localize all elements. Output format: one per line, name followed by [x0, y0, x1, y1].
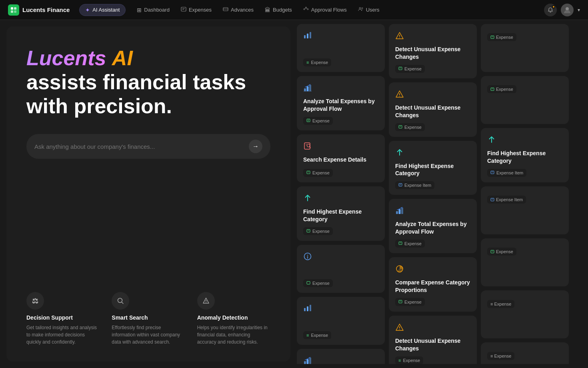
svg-point-17 — [118, 298, 122, 303]
card-c3-find-highest-item[interactable]: Find Highest Expense Category Expense It… — [481, 128, 569, 182]
feature-anomaly-desc: Helps you identify irregularities in fin… — [197, 324, 270, 346]
svg-rect-48 — [307, 359, 309, 364]
card-detect-unusual-2[interactable]: Detect Unusual Expense Changes Expense — [389, 82, 477, 137]
svg-point-20 — [206, 302, 206, 303]
card-badge-find-1: Expense — [303, 227, 333, 235]
smart-search-icon — [112, 292, 129, 310]
chart-icon-loop2 — [303, 356, 378, 364]
svg-rect-95 — [491, 250, 494, 253]
ai-star-icon: ✦ — [85, 7, 90, 13]
svg-rect-24 — [304, 88, 306, 91]
nav-right: ▾ — [544, 4, 580, 16]
card-find-highest-expense-item-1[interactable]: Find Highest Expense Category Expense It… — [389, 141, 477, 195]
nav-item-dashboard[interactable]: ⊞ Dashboard — [132, 4, 174, 16]
card-title-detect-loop1: Detect Unusual Expense Changes — [395, 337, 470, 352]
svg-rect-69 — [396, 211, 398, 214]
card-c1-empty-top[interactable]: ≡ Expense — [297, 24, 385, 72]
badge-analyze-2-icon — [398, 241, 402, 246]
warning-icon-1 — [395, 31, 470, 42]
c3-arrow-up-icon — [487, 135, 562, 146]
svg-rect-0 — [11, 7, 13, 10]
expenses-icon — [181, 6, 186, 13]
card-c3-1-title — [487, 45, 562, 62]
search-submit-button[interactable]: → — [249, 140, 262, 153]
hero-title: Lucents AI assists financial taskswith p… — [26, 46, 270, 118]
badge-detect-loop1-icon: ≡ — [398, 358, 401, 363]
app-logo[interactable]: Lucents Finance — [8, 4, 70, 16]
svg-point-11 — [307, 9, 308, 10]
user-avatar[interactable] — [561, 4, 574, 16]
card-badge-detect-2: Expense — [395, 123, 425, 131]
nav-item-users[interactable]: Users — [353, 4, 384, 16]
card-find-highest-1[interactable]: Find Highest Expense Category Expense — [297, 186, 385, 241]
svg-rect-75 — [399, 300, 402, 303]
card-search-expense[interactable]: Search Expense Details Expense — [297, 134, 385, 182]
card-c3-2[interactable]: Expense — [481, 76, 569, 124]
nav-item-approval-flows[interactable]: Approval Flows — [298, 4, 352, 16]
svg-rect-45 — [307, 306, 308, 311]
card-c3-4[interactable]: Expense Item — [481, 186, 569, 234]
notifications-button[interactable] — [544, 4, 557, 16]
card-title-search-expense: Search Expense Details — [303, 156, 378, 165]
svg-point-15 — [362, 8, 363, 9]
card-title-compare: Compare Expense Category Proportions — [395, 279, 470, 294]
svg-rect-3 — [14, 10, 16, 13]
svg-rect-2 — [11, 10, 13, 13]
svg-point-16 — [566, 7, 569, 10]
card-badge-expense: Expense — [303, 117, 333, 125]
main-content: Lucents AI assists financial taskswith p… — [0, 20, 588, 368]
card-badge-loop1: ≡ Expense — [303, 331, 331, 339]
svg-rect-28 — [307, 119, 310, 122]
anomaly-detection-icon — [197, 292, 215, 310]
badge-icon-info — [306, 281, 310, 286]
svg-point-41 — [307, 255, 308, 256]
cards-column-1: ≡ Expense Analyze Total E — [297, 24, 385, 364]
cards-panel: ≡ Expense Analyze Total E — [297, 20, 588, 368]
card-c3-1[interactable]: Expense — [481, 24, 569, 72]
search-bar[interactable]: → — [26, 134, 270, 159]
svg-rect-71 — [401, 208, 403, 214]
notification-dot — [552, 5, 555, 8]
hero-lucents: Lucents — [26, 46, 106, 70]
card-c1-loop-1[interactable]: ≡ Expense — [297, 297, 385, 345]
card-title-info — [303, 266, 378, 275]
svg-rect-38 — [307, 229, 310, 232]
chart-icon-2 — [303, 83, 378, 94]
card-badge-item-1: Expense Item — [395, 181, 434, 189]
decision-support-icon: ⚖ — [26, 292, 44, 310]
c3-loop-badge-2: ≡ Expense — [487, 350, 562, 360]
search-input[interactable] — [34, 143, 249, 150]
card-c3-loop-1[interactable]: ≡ Expense — [481, 290, 569, 338]
feature-decision-support: ⚖ Decision Support Get tailored insights… — [26, 292, 100, 346]
hero-panel: Lucents AI assists financial taskswith p… — [6, 26, 290, 362]
ai-assistant-button[interactable]: ✦ AI Assistant — [79, 4, 126, 16]
card-detect-unusual-1[interactable]: Detect Unusual Expense Changes Expense — [389, 24, 477, 78]
card-c3-2-title — [487, 97, 562, 114]
user-menu-chevron[interactable]: ▾ — [578, 7, 580, 13]
card-c3-loop-2[interactable]: ≡ Expense — [481, 342, 569, 364]
badge-loop1-icon: ≡ — [306, 333, 309, 338]
card-title-loop1 — [303, 318, 378, 327]
card-badge-analyze-2: Expense — [395, 240, 425, 248]
nav-item-expenses[interactable]: Expenses — [176, 4, 216, 16]
card-title-find-highest-1: Find Highest Expense Category — [303, 208, 378, 223]
card-analyze-approval-loop[interactable]: Analyze Total Expenses by Approval Flow … — [297, 349, 385, 364]
card-analyze-approval-1[interactable]: Analyze Total Expenses by Approval Flow … — [297, 76, 385, 130]
svg-point-10 — [305, 7, 306, 8]
badge-item-1-icon — [398, 183, 402, 188]
card-compare-proportions[interactable]: Compare Expense Category Proportions Exp… — [389, 257, 477, 312]
svg-point-14 — [359, 8, 361, 9]
chart-icon-loop — [303, 304, 378, 315]
card-c3-5[interactable]: Expense — [481, 238, 569, 286]
badge-detect-1-icon — [398, 66, 402, 71]
nav-item-budgets[interactable]: 🏛 Budgets — [260, 4, 297, 16]
card-info-bottom[interactable]: Expense — [297, 245, 385, 293]
svg-rect-91 — [491, 171, 494, 174]
card-title-detect-unusual-2: Detect Unusual Expense Changes — [395, 104, 470, 119]
feature-anomaly-detection: Anomaly Detection Helps you identify irr… — [197, 292, 270, 346]
svg-rect-21 — [304, 35, 306, 38]
card-detect-unusual-loop1[interactable]: Detect Unusual Expense Changes ≡ Expense — [389, 316, 477, 364]
nav-item-advances[interactable]: Advances — [218, 4, 258, 16]
card-analyze-approval-2[interactable]: Analyze Total Expenses by Approval Flow … — [389, 199, 477, 253]
svg-rect-49 — [309, 358, 311, 364]
